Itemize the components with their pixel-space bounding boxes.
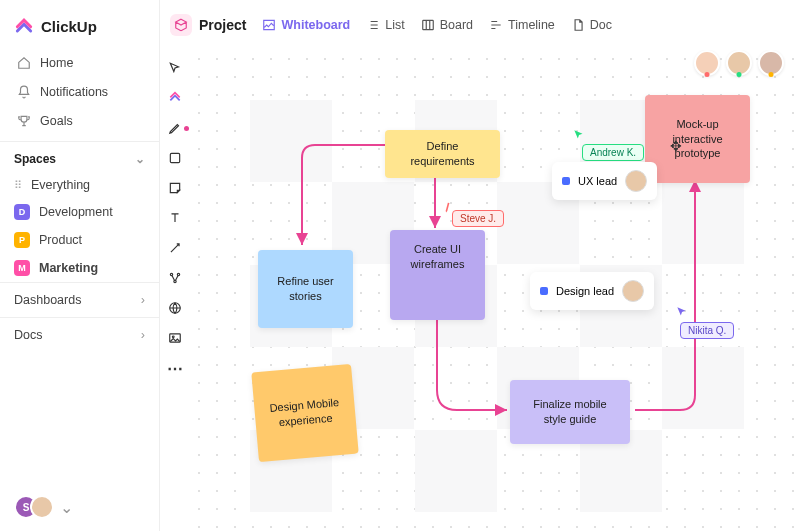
nav-label: Notifications — [40, 85, 108, 99]
tab-whiteboard[interactable]: Whiteboard — [262, 18, 350, 32]
status-square-icon — [540, 287, 548, 295]
user-tag-nikita: Nikita Q. — [680, 322, 734, 339]
svg-rect-0 — [422, 20, 433, 29]
sidebar-footer[interactable]: S ⌄ — [0, 483, 159, 531]
tool-pointer[interactable] — [167, 60, 183, 76]
avatar — [625, 170, 647, 192]
tool-more[interactable]: ⋯ — [167, 360, 183, 376]
nav-notifications[interactable]: Notifications — [6, 77, 153, 106]
dashboards-section[interactable]: Dashboards › — [0, 282, 159, 317]
bell-icon — [16, 84, 31, 99]
svg-point-7 — [172, 336, 174, 338]
sticky-finalize-mobile-style-guide[interactable]: Finalize mobile style guide — [510, 380, 630, 444]
space-badge: P — [14, 232, 30, 248]
main: Project Whiteboard List Board Timeline D… — [160, 0, 800, 531]
avatar[interactable] — [726, 50, 752, 76]
space-badge: M — [14, 260, 30, 276]
doc-icon — [571, 18, 585, 32]
clickup-logo-icon — [14, 16, 34, 36]
card-design-lead[interactable]: Design lead — [530, 272, 654, 310]
tool-clickup[interactable] — [167, 90, 183, 106]
cursor-nikita — [675, 305, 689, 323]
space-badge: D — [14, 204, 30, 220]
sticky-design-mobile-experience[interactable]: Design Mobile experience — [251, 364, 358, 462]
user-tag-andrew: Andrew K. — [582, 144, 644, 161]
space-item-product[interactable]: P Product — [0, 226, 159, 254]
tool-web[interactable] — [167, 300, 183, 316]
board-icon — [421, 18, 435, 32]
docs-section[interactable]: Docs › — [0, 317, 159, 352]
status-square-icon — [562, 177, 570, 185]
grid-icon: ⠿ — [14, 179, 22, 192]
nav-home[interactable]: Home — [6, 48, 153, 77]
space-item-development[interactable]: D Development — [0, 198, 159, 226]
timeline-icon — [489, 18, 503, 32]
nav-goals[interactable]: Goals — [6, 106, 153, 135]
space-label: Product — [39, 233, 82, 247]
tool-image[interactable] — [167, 330, 183, 346]
space-item-marketing[interactable]: M Marketing — [0, 254, 159, 282]
sidebar: ClickUp Home Notifications Goals Spaces … — [0, 0, 160, 531]
tool-pen[interactable] — [167, 120, 183, 136]
cube-icon — [170, 14, 192, 36]
collaborator-avatars — [694, 50, 784, 76]
chevron-right-icon: › — [141, 328, 145, 342]
card-ux-lead[interactable]: UX lead — [552, 162, 657, 200]
avatar[interactable] — [694, 50, 720, 76]
chevron-down-icon: ⌄ — [60, 498, 73, 517]
tab-timeline[interactable]: Timeline — [489, 18, 555, 32]
space-everything[interactable]: ⠿ Everything — [0, 172, 159, 198]
tab-doc[interactable]: Doc — [571, 18, 612, 32]
list-icon — [366, 18, 380, 32]
spaces-header[interactable]: Spaces ⌄ — [0, 141, 159, 172]
tab-list[interactable]: List — [366, 18, 404, 32]
space-label: Everything — [31, 178, 90, 192]
sticky-refine-user-stories[interactable]: Refine user stories — [258, 250, 353, 328]
tool-sticky[interactable] — [167, 180, 183, 196]
svg-rect-1 — [170, 153, 179, 162]
sticky-mockup-prototype[interactable]: Mock-up interactive prototype — [645, 95, 750, 183]
svg-point-2 — [170, 273, 172, 275]
project-title[interactable]: Project — [170, 14, 246, 36]
tool-nodes[interactable] — [167, 270, 183, 286]
topbar: Project Whiteboard List Board Timeline D… — [160, 0, 800, 50]
whiteboard-icon — [262, 18, 276, 32]
brand-name: ClickUp — [41, 18, 97, 35]
move-cursor-icon: ✥ — [670, 138, 682, 154]
svg-point-3 — [177, 273, 179, 275]
chevron-right-icon: › — [141, 293, 145, 307]
user-avatar[interactable] — [30, 495, 54, 519]
tool-shape[interactable] — [167, 150, 183, 166]
sticky-define-requirements[interactable]: Define requirements — [385, 130, 500, 178]
sticky-create-ui-wireframes[interactable]: Create UI wireframes — [390, 230, 485, 320]
tool-text[interactable] — [167, 210, 183, 226]
whiteboard-canvas[interactable]: Define requirements Refine user stories … — [190, 50, 800, 531]
space-label: Development — [39, 205, 113, 219]
logo[interactable]: ClickUp — [0, 0, 159, 48]
nav-label: Goals — [40, 114, 73, 128]
tab-board[interactable]: Board — [421, 18, 473, 32]
home-icon — [16, 55, 31, 70]
chevron-down-icon: ⌄ — [135, 152, 145, 166]
space-label: Marketing — [39, 261, 98, 275]
avatar[interactable] — [758, 50, 784, 76]
avatar — [622, 280, 644, 302]
svg-point-4 — [174, 280, 176, 282]
nav-label: Home — [40, 56, 73, 70]
trophy-icon — [16, 113, 31, 128]
user-tag-steve: Steve J. — [452, 210, 504, 227]
toolstrip: ⋯ — [160, 50, 190, 531]
tool-connector[interactable] — [167, 240, 183, 256]
